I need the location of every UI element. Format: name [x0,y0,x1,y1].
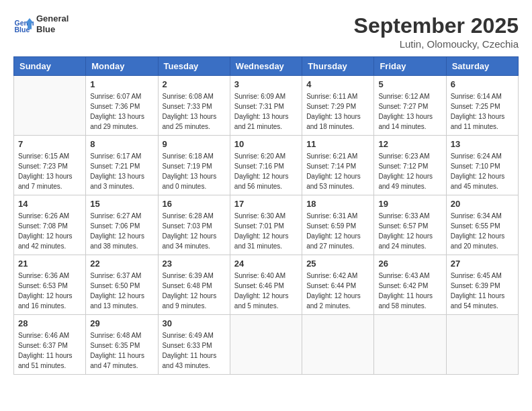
day-number: 12 [378,139,441,149]
calendar-cell: 9Sunrise: 6:18 AMSunset: 7:19 PMDaylight… [158,136,230,195]
day-info: Sunrise: 6:17 AMSunset: 7:21 PMDaylight:… [90,151,153,191]
day-number: 22 [90,259,153,269]
day-number: 19 [378,199,441,209]
day-info: Sunrise: 6:14 AMSunset: 7:25 PMDaylight:… [451,91,514,132]
week-row: 21Sunrise: 6:36 AMSunset: 6:53 PMDayligh… [14,255,519,315]
header: General Blue General Blue September 2025… [13,13,519,50]
day-info: Sunrise: 6:12 AMSunset: 7:27 PMDaylight:… [378,91,441,132]
day-number: 18 [306,199,369,209]
calendar-cell: 18Sunrise: 6:31 AMSunset: 6:59 PMDayligh… [302,195,374,255]
calendar-cell: 12Sunrise: 6:23 AMSunset: 7:12 PMDayligh… [374,136,446,195]
day-info: Sunrise: 6:11 AMSunset: 7:29 PMDaylight:… [306,91,369,132]
calendar-cell: 4Sunrise: 6:11 AMSunset: 7:29 PMDaylight… [302,76,374,136]
day-number: 7 [18,139,81,149]
calendar-cell [374,315,446,375]
calendar-cell: 8Sunrise: 6:17 AMSunset: 7:21 PMDaylight… [86,136,158,195]
calendar-cell [446,315,518,375]
weekday-header: Friday [374,57,446,76]
calendar-cell: 7Sunrise: 6:15 AMSunset: 7:23 PMDaylight… [14,136,86,195]
calendar-cell: 19Sunrise: 6:33 AMSunset: 6:57 PMDayligh… [374,195,446,255]
day-number: 5 [378,79,441,89]
day-info: Sunrise: 6:34 AMSunset: 6:55 PMDaylight:… [451,211,514,251]
calendar-cell: 11Sunrise: 6:21 AMSunset: 7:14 PMDayligh… [302,136,374,195]
logo-line2: Blue [36,24,69,35]
weekday-header: Wednesday [230,57,302,76]
day-info: Sunrise: 6:40 AMSunset: 6:46 PMDaylight:… [234,271,298,311]
day-info: Sunrise: 6:07 AMSunset: 7:36 PMDaylight:… [90,91,153,132]
day-number: 23 [163,259,226,269]
calendar-cell: 16Sunrise: 6:28 AMSunset: 7:03 PMDayligh… [158,195,230,255]
weekday-header: Monday [86,57,158,76]
day-number: 3 [234,79,298,89]
calendar-cell: 27Sunrise: 6:45 AMSunset: 6:39 PMDayligh… [446,255,518,315]
day-number: 29 [90,318,153,328]
month-title: September 2025 [354,13,519,38]
day-number: 26 [378,259,441,269]
day-number: 20 [451,199,514,209]
day-info: Sunrise: 6:15 AMSunset: 7:23 PMDaylight:… [18,151,81,191]
week-row: 7Sunrise: 6:15 AMSunset: 7:23 PMDaylight… [14,136,519,195]
day-info: Sunrise: 6:30 AMSunset: 7:01 PMDaylight:… [234,211,298,251]
day-info: Sunrise: 6:20 AMSunset: 7:16 PMDaylight:… [234,151,298,191]
day-info: Sunrise: 6:46 AMSunset: 6:37 PMDaylight:… [18,330,81,371]
calendar-cell: 1Sunrise: 6:07 AMSunset: 7:36 PMDaylight… [86,76,158,136]
calendar-cell: 17Sunrise: 6:30 AMSunset: 7:01 PMDayligh… [230,195,302,255]
calendar-cell: 26Sunrise: 6:43 AMSunset: 6:42 PMDayligh… [374,255,446,315]
weekday-header: Tuesday [158,57,230,76]
day-info: Sunrise: 6:43 AMSunset: 6:42 PMDaylight:… [378,271,441,311]
day-number: 8 [90,139,153,149]
day-info: Sunrise: 6:37 AMSunset: 6:50 PMDaylight:… [90,271,153,311]
location: Lutin, Olomoucky, Czechia [354,38,519,50]
day-number: 2 [163,79,226,89]
logo-icon: General Blue [13,14,34,34]
calendar-cell: 13Sunrise: 6:24 AMSunset: 7:10 PMDayligh… [446,136,518,195]
day-info: Sunrise: 6:24 AMSunset: 7:10 PMDaylight:… [451,151,514,191]
calendar-cell: 10Sunrise: 6:20 AMSunset: 7:16 PMDayligh… [230,136,302,195]
day-number: 17 [234,199,298,209]
day-number: 11 [306,139,369,149]
weekday-header: Sunday [14,57,86,76]
logo-text: General Blue [36,13,69,34]
day-number: 10 [234,139,298,149]
weekday-header: Thursday [302,57,374,76]
day-info: Sunrise: 6:48 AMSunset: 6:35 PMDaylight:… [90,330,153,371]
week-row: 1Sunrise: 6:07 AMSunset: 7:36 PMDaylight… [14,76,519,136]
svg-text:Blue: Blue [15,26,30,34]
weekday-header-row: SundayMondayTuesdayWednesdayThursdayFrid… [14,57,519,76]
day-number: 25 [306,259,369,269]
day-number: 13 [451,139,514,149]
day-number: 9 [163,139,226,149]
calendar-cell: 2Sunrise: 6:08 AMSunset: 7:33 PMDaylight… [158,76,230,136]
day-info: Sunrise: 6:27 AMSunset: 7:06 PMDaylight:… [90,211,153,251]
day-info: Sunrise: 6:33 AMSunset: 6:57 PMDaylight:… [378,211,441,251]
day-info: Sunrise: 6:08 AMSunset: 7:33 PMDaylight:… [163,91,226,132]
calendar-cell: 14Sunrise: 6:26 AMSunset: 7:08 PMDayligh… [14,195,86,255]
logo: General Blue General Blue [13,13,69,34]
day-info: Sunrise: 6:42 AMSunset: 6:44 PMDaylight:… [306,271,369,311]
day-info: Sunrise: 6:39 AMSunset: 6:48 PMDaylight:… [163,271,226,311]
calendar-cell: 3Sunrise: 6:09 AMSunset: 7:31 PMDaylight… [230,76,302,136]
day-number: 24 [234,259,298,269]
day-info: Sunrise: 6:31 AMSunset: 6:59 PMDaylight:… [306,211,369,251]
calendar-cell: 30Sunrise: 6:49 AMSunset: 6:33 PMDayligh… [158,315,230,375]
calendar-cell: 22Sunrise: 6:37 AMSunset: 6:50 PMDayligh… [86,255,158,315]
calendar-cell: 15Sunrise: 6:27 AMSunset: 7:06 PMDayligh… [86,195,158,255]
title-area: September 2025 Lutin, Olomoucky, Czechia [354,13,519,50]
calendar-cell: 6Sunrise: 6:14 AMSunset: 7:25 PMDaylight… [446,76,518,136]
day-info: Sunrise: 6:26 AMSunset: 7:08 PMDaylight:… [18,211,81,251]
day-info: Sunrise: 6:09 AMSunset: 7:31 PMDaylight:… [234,91,298,132]
day-number: 27 [451,259,514,269]
calendar-cell: 25Sunrise: 6:42 AMSunset: 6:44 PMDayligh… [302,255,374,315]
day-number: 1 [90,79,153,89]
day-info: Sunrise: 6:49 AMSunset: 6:33 PMDaylight:… [163,330,226,371]
weekday-header: Saturday [446,57,518,76]
day-number: 21 [18,259,81,269]
day-info: Sunrise: 6:36 AMSunset: 6:53 PMDaylight:… [18,271,81,311]
calendar-cell [14,76,86,136]
week-row: 28Sunrise: 6:46 AMSunset: 6:37 PMDayligh… [14,315,519,375]
logo-line1: General [36,13,69,24]
calendar-cell [302,315,374,375]
calendar-cell: 20Sunrise: 6:34 AMSunset: 6:55 PMDayligh… [446,195,518,255]
calendar-cell: 23Sunrise: 6:39 AMSunset: 6:48 PMDayligh… [158,255,230,315]
day-number: 14 [18,199,81,209]
